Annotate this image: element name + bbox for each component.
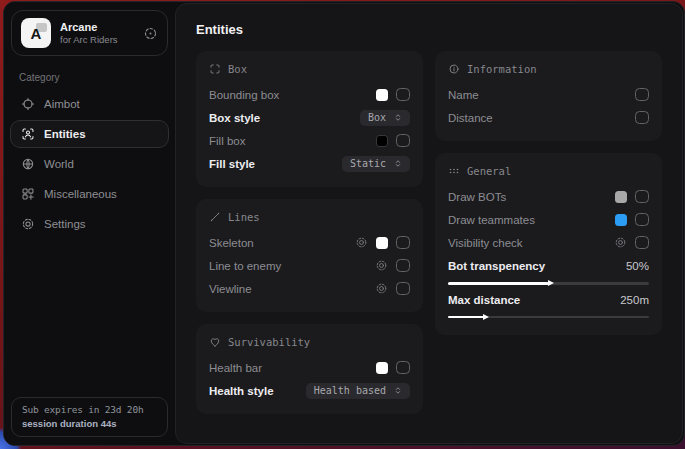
diagonal-line-icon <box>209 211 221 223</box>
card-title: Box <box>228 63 247 75</box>
unfold-icon <box>393 112 403 123</box>
name-checkbox[interactable] <box>635 88 649 101</box>
page-title: Entities <box>196 22 662 37</box>
skeleton-checkbox[interactable] <box>396 236 410 249</box>
box-style-value: Box <box>368 112 386 123</box>
draw-bots-color-swatch[interactable] <box>615 191 627 203</box>
draw-bots-checkbox[interactable] <box>635 190 649 203</box>
sidebar-item-label: Miscellaneous <box>44 188 117 200</box>
reticle-icon[interactable] <box>143 26 158 41</box>
modules-grid-icon <box>21 187 35 201</box>
row-health-bar: Health bar <box>209 357 410 378</box>
right-column: Information Name Distance <box>435 51 662 335</box>
box-card: Box Bounding box Box style Box <box>196 51 423 187</box>
row-bot-transparency: Bot transpenency 50% <box>448 257 649 275</box>
row-label: Skeleton <box>209 237 254 249</box>
card-title: General <box>467 165 511 177</box>
subscription-panel: Sub expires in 23d 20h session duration … <box>11 397 168 437</box>
row-line-to-enemy: Line to enemy <box>209 255 410 276</box>
row-label: Draw teammates <box>448 214 535 226</box>
line-to-enemy-settings-gear-icon[interactable] <box>375 259 388 272</box>
left-column: Box Bounding box Box style Box <box>196 51 423 414</box>
row-label: Health style <box>209 385 274 397</box>
brand-logo: A <box>21 18 51 48</box>
session-duration-text: session duration 44s <box>22 418 157 429</box>
sidebar-item-aimbot[interactable]: Aimbot <box>10 90 169 118</box>
row-label: Name <box>448 89 479 101</box>
box-corners-icon <box>209 63 221 75</box>
row-box-style: Box style Box <box>209 107 410 128</box>
row-viewline: Viewline <box>209 278 410 299</box>
row-label: Box style <box>209 112 260 124</box>
brand-card: A Arcane for Arc Riders <box>11 10 168 56</box>
unfold-icon <box>393 385 403 396</box>
sidebar-item-settings[interactable]: Settings <box>10 210 169 238</box>
row-label: Fill style <box>209 158 255 170</box>
sidebar-item-label: Entities <box>44 128 86 140</box>
row-label: Viewline <box>209 283 252 295</box>
sidebar-nav: Aimbot Entities World Miscellaneous <box>4 89 175 239</box>
survivability-card: Survivability Health bar Health style <box>196 324 423 414</box>
max-distance-slider-fill[interactable] <box>448 316 484 319</box>
row-label: Health bar <box>209 362 262 374</box>
row-fill-box: Fill box <box>209 130 410 151</box>
skeleton-color-swatch[interactable] <box>376 237 388 249</box>
viewline-settings-gear-icon[interactable] <box>375 282 388 295</box>
row-visibility-check: Visibility check <box>448 232 649 253</box>
sidebar-item-world[interactable]: World <box>10 150 169 178</box>
lines-card: Lines Skeleton Line to enemy <box>196 199 423 312</box>
draw-teammates-checkbox[interactable] <box>635 213 649 226</box>
category-label: Category <box>19 72 160 83</box>
general-card: General Draw BOTs Draw teammates <box>435 153 662 335</box>
row-label: Fill box <box>209 135 245 147</box>
brand-title: Arcane <box>60 21 118 33</box>
fill-box-color-swatch[interactable] <box>376 135 388 147</box>
sidebar-item-label: Settings <box>44 218 86 230</box>
bot-transparency-slider[interactable] <box>448 282 649 285</box>
distance-checkbox[interactable] <box>635 111 649 124</box>
sidebar-item-label: Aimbot <box>44 98 80 110</box>
viewline-checkbox[interactable] <box>396 282 410 295</box>
health-bar-color-swatch[interactable] <box>376 362 388 374</box>
row-label: Bounding box <box>209 89 279 101</box>
row-bounding-box: Bounding box <box>209 84 410 105</box>
fill-box-checkbox[interactable] <box>396 134 410 147</box>
line-to-enemy-checkbox[interactable] <box>396 259 410 272</box>
draw-teammates-color-swatch[interactable] <box>615 214 627 226</box>
health-bar-checkbox[interactable] <box>396 361 410 374</box>
visibility-check-settings-gear-icon[interactable] <box>614 236 627 249</box>
max-distance-slider[interactable] <box>448 316 649 319</box>
box-style-select[interactable]: Box <box>360 110 410 126</box>
dots-grid-icon <box>448 165 460 177</box>
row-label: Line to enemy <box>209 260 281 272</box>
row-max-distance: Max distance 250m <box>448 291 649 309</box>
fill-style-value: Static <box>350 158 386 169</box>
sidebar: A Arcane for Arc Riders Category Aimbot <box>4 2 175 445</box>
row-draw-bots: Draw BOTs <box>448 186 649 207</box>
crosshair-icon <box>21 97 35 111</box>
health-style-value: Health based <box>314 385 386 396</box>
bounding-box-color-swatch[interactable] <box>376 89 388 101</box>
sidebar-item-miscellaneous[interactable]: Miscellaneous <box>10 180 169 208</box>
card-title: Information <box>467 63 537 75</box>
info-icon <box>448 63 460 75</box>
row-label: Distance <box>448 112 493 124</box>
health-style-select[interactable]: Health based <box>306 383 410 399</box>
row-fill-style: Fill style Static <box>209 153 410 174</box>
visibility-check-checkbox[interactable] <box>635 236 649 249</box>
sidebar-item-label: World <box>44 158 74 170</box>
heart-icon <box>209 336 221 348</box>
bot-transparency-value: 50% <box>626 260 649 272</box>
bounding-box-checkbox[interactable] <box>396 88 410 101</box>
entities-icon <box>21 127 35 141</box>
unfold-icon <box>393 158 403 169</box>
brand-initial: A <box>31 25 42 42</box>
gear-icon <box>21 217 35 231</box>
sidebar-item-entities[interactable]: Entities <box>10 120 169 148</box>
brand-subtitle: for Arc Riders <box>60 34 118 45</box>
bot-transparency-slider-fill[interactable] <box>448 282 549 285</box>
row-draw-teammates: Draw teammates <box>448 209 649 230</box>
fill-style-select[interactable]: Static <box>342 156 410 172</box>
row-label: Draw BOTs <box>448 191 506 203</box>
skeleton-settings-gear-icon[interactable] <box>355 236 368 249</box>
